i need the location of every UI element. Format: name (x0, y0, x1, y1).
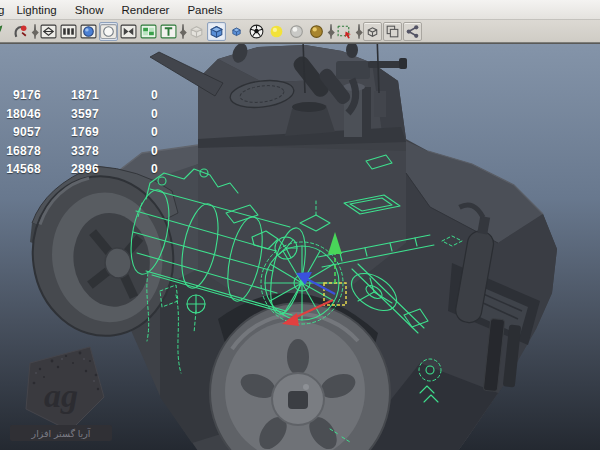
hud-row: 1456828960 (0, 162, 158, 181)
menu-lighting[interactable]: Lighting (7, 2, 65, 18)
hud-value: 0 (99, 144, 158, 158)
xray-view-icon[interactable] (119, 22, 138, 41)
hud-value: 3597 (41, 107, 99, 121)
texture-view-icon[interactable] (159, 22, 178, 41)
hud-value: 1769 (41, 125, 99, 139)
hud-value: 0 (99, 107, 158, 121)
ghost-cube-icon[interactable] (187, 22, 206, 41)
snap-partial-icon[interactable] (0, 22, 10, 41)
hypergraph-icon[interactable] (403, 22, 422, 41)
checker-material-icon[interactable] (139, 22, 158, 41)
hud-row: 905717690 (0, 125, 158, 144)
white-light-icon[interactable] (287, 22, 306, 41)
yellow-light-icon[interactable] (267, 22, 286, 41)
toolbar-separator (179, 23, 186, 40)
toolbar-separator (327, 23, 334, 40)
hud-value: 1871 (41, 88, 99, 102)
film-gate-icon[interactable] (59, 22, 78, 41)
hud-row: 1804635970 (0, 107, 158, 126)
watermark-logo: ag آریا گستر افزار (10, 347, 112, 441)
camera-lens-icon[interactable] (39, 22, 58, 41)
3d-viewport[interactable]: ag آریا گستر افزار 917618710180463597090… (0, 43, 600, 450)
panel-toolbar (0, 20, 600, 43)
smooth-shade-cube-icon[interactable] (207, 22, 226, 41)
hud-value: 9057 (0, 125, 41, 139)
menu-g[interactable]: g (0, 2, 7, 18)
select-marquee-icon[interactable] (335, 22, 354, 41)
hud-value: 3378 (41, 144, 99, 158)
menu-show[interactable]: Show (66, 2, 113, 18)
toolbar-separator (355, 23, 362, 40)
toolbar-separator (31, 23, 38, 40)
panel-menubar: gLightingShowRendererPanels (0, 0, 600, 20)
isolate-select-icon[interactable] (11, 22, 30, 41)
hud-value: 18046 (0, 107, 41, 121)
gold-sphere-icon[interactable] (307, 22, 326, 41)
hud-value: 2896 (41, 162, 99, 176)
turret (150, 44, 407, 148)
hud-row: 917618710 (0, 88, 158, 107)
hud-value: 9176 (0, 88, 41, 102)
menu-panels[interactable]: Panels (178, 2, 231, 18)
shaded-sphere-icon[interactable] (79, 22, 98, 41)
hud-value: 16878 (0, 144, 41, 158)
wireframe-circle-icon[interactable] (99, 22, 118, 41)
hud-value: 0 (99, 88, 158, 102)
hud-value: 14568 (0, 162, 41, 176)
hud-value: 0 (99, 162, 158, 176)
watermark-caption: آریا گستر افزار (31, 427, 91, 439)
hud-value: 0 (99, 125, 158, 139)
panel-overlap-icon[interactable] (383, 22, 402, 41)
cube-outline-icon[interactable] (363, 22, 382, 41)
small-cube-icon[interactable] (227, 22, 246, 41)
hud-row: 1687833780 (0, 144, 158, 163)
poly-count-hud: 9176187101804635970905717690168783378014… (0, 88, 158, 181)
menu-renderer[interactable]: Renderer (112, 2, 178, 18)
watermark-initials: ag (44, 377, 78, 414)
patterned-sphere-icon[interactable] (247, 22, 266, 41)
